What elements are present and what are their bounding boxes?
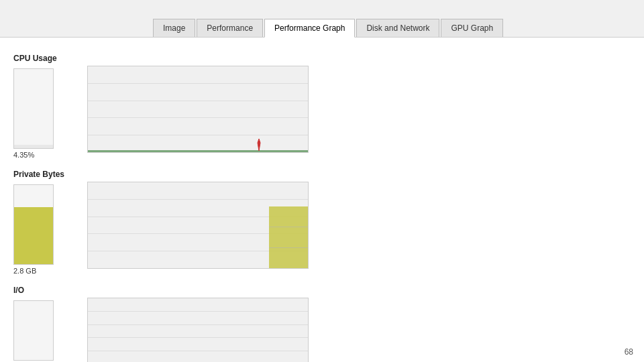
cpu-baseline xyxy=(88,150,308,152)
pb-label: Private Bytes xyxy=(13,170,87,179)
pb-bar-container xyxy=(13,184,54,265)
cpu-value: 4.35% xyxy=(13,151,87,159)
pb-graph-bar xyxy=(269,206,308,268)
pb-graph xyxy=(87,182,637,269)
cpu-left: CPU Usage 4.35% xyxy=(0,48,87,159)
tab-bar: Image Performance Performance Graph Disk… xyxy=(0,0,644,38)
tab-disk-network[interactable]: Disk and Network xyxy=(356,19,439,37)
cpu-graph-lines xyxy=(88,66,308,152)
cpu-spike-svg xyxy=(256,137,262,151)
pb-left: Private Bytes 2.8 GB xyxy=(0,164,87,275)
pb-bar-divider1 xyxy=(269,227,308,227)
private-bytes-section: Private Bytes 2.8 GB xyxy=(0,164,644,275)
io-label: I/O xyxy=(13,286,87,295)
tab-gpu-graph[interactable]: GPU Graph xyxy=(441,19,503,37)
cpu-graph xyxy=(87,66,637,153)
cpu-label: CPU Usage xyxy=(13,54,87,63)
tab-performance[interactable]: Performance xyxy=(197,19,263,37)
io-graph xyxy=(87,298,637,357)
io-bar-container xyxy=(13,300,54,357)
pb-bar-divider2 xyxy=(269,247,308,248)
pb-graph-panel xyxy=(87,182,309,269)
page-container: Image Performance Performance Graph Disk… xyxy=(0,0,644,362)
io-graph-panel xyxy=(87,298,309,357)
cpu-bar-fill xyxy=(14,145,53,148)
pb-value: 2.8 GB xyxy=(13,267,87,275)
io-left: I/O xyxy=(0,280,87,357)
tab-performance-graph[interactable]: Performance Graph xyxy=(264,19,355,38)
cpu-graph-panel xyxy=(87,66,309,153)
pb-bar-fill xyxy=(14,207,53,264)
tab-image[interactable]: Image xyxy=(153,19,195,37)
io-section: I/O xyxy=(0,280,644,357)
cpu-section: CPU Usage 4.35% xyxy=(0,48,644,159)
io-graph-lines xyxy=(88,298,308,357)
page-number: 68 xyxy=(625,347,633,357)
cpu-bar-container xyxy=(13,68,54,149)
